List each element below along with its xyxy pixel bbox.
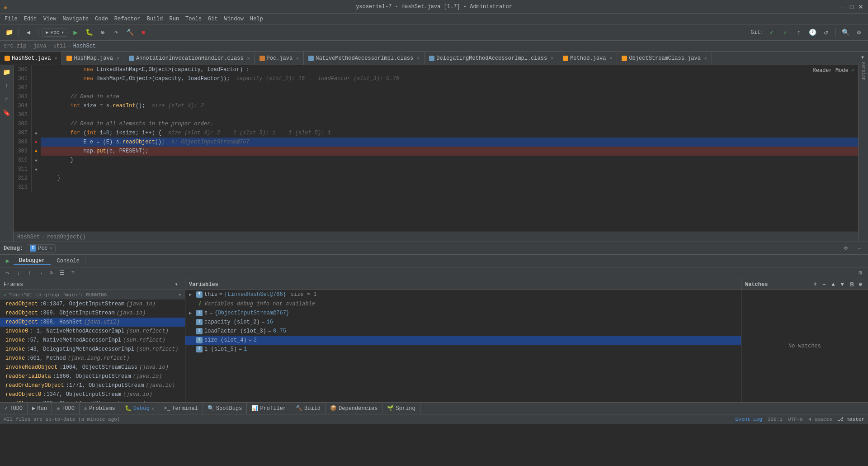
debug-session-close[interactable]: ✕: [50, 246, 52, 251]
back-btn[interactable]: ◀: [23, 27, 34, 38]
breadcrumb-src[interactable]: src.zip: [4, 43, 26, 49]
frame-item-11[interactable]: readObject:369, ObjectInputStream (java.…: [0, 399, 185, 402]
status-event-log[interactable]: Event Log: [736, 417, 762, 422]
line-content-301[interactable]: new HashMap<E,Object>(capacity, loadFact…: [41, 74, 858, 83]
frame-item-2[interactable]: readObject:308, HashSet (java.util): [0, 318, 185, 327]
debug-button[interactable]: 🐛: [84, 27, 94, 38]
line-content-312[interactable]: }: [41, 174, 858, 183]
pull-request-btn[interactable]: ⑃: [2, 94, 12, 104]
line-content-308[interactable]: E e = (E) s.readObject(); s: ObjectInput…: [41, 138, 858, 147]
tab-native[interactable]: NativeMethodAccessorImpl.class ✕: [304, 52, 425, 65]
line-content-307[interactable]: for (int i=0; i<size; i++) { size (slot_…: [41, 128, 858, 138]
bottom-tool-spring[interactable]: 🌱 Spring: [382, 403, 420, 414]
watches-up-btn[interactable]: ▲: [829, 281, 837, 289]
frame-item-0[interactable]: readObject:0:1347, ObjectInputStream (ja…: [0, 300, 185, 309]
debug-layout-btn[interactable]: ⊞: [855, 269, 865, 278]
frame-item-7[interactable]: invokeReadObject:1004, ObjectStreamClass…: [0, 363, 185, 372]
line-content-304[interactable]: int size = s.readInt(); size (slot_4): 2: [41, 101, 858, 110]
tabs-more-btn[interactable]: ▾: [857, 52, 868, 62]
bottom-tool-debug-close[interactable]: ✕: [151, 406, 154, 411]
tab-annotation[interactable]: AnnotationInvocationHandler.class ✕: [124, 52, 255, 65]
bottom-tool-debug[interactable]: 🐛 Debug ✕: [120, 403, 159, 414]
breadcrumb-class[interactable]: HashSet: [17, 234, 40, 240]
menu-file[interactable]: File: [2, 15, 20, 23]
line-content-302[interactable]: [41, 83, 858, 92]
git-revert[interactable]: ↺: [821, 27, 831, 38]
debug-minimize-btn[interactable]: ─: [854, 244, 864, 253]
bottom-tool-profiler[interactable]: 📊 Profiler: [247, 403, 291, 414]
line-content-303[interactable]: // Read in size: [41, 92, 858, 101]
tab-close-annotation[interactable]: ✕: [247, 56, 250, 61]
step-over-btn[interactable]: ↷: [111, 27, 122, 38]
frame-item-5[interactable]: invoke:43, DelegatingMethodAccessorImpl …: [0, 345, 185, 354]
tab-poc[interactable]: Poc.java ✕: [255, 52, 304, 65]
var-item-this[interactable]: ▶ f this = {LinkedHashSet@766} size = 1: [185, 290, 741, 299]
frame-item-8[interactable]: readSerialData:1866, ObjectInputStream (…: [0, 372, 185, 381]
tab-method[interactable]: Method.java ✕: [558, 52, 617, 65]
stop-button[interactable]: ■: [138, 27, 149, 38]
breakpoint-icon-309[interactable]: ●: [35, 149, 38, 154]
bottom-tool-terminal[interactable]: >_ Terminal: [159, 403, 203, 414]
menu-code[interactable]: Code: [92, 15, 111, 23]
menu-help[interactable]: Help: [247, 15, 266, 23]
maximize-button[interactable]: □: [848, 3, 855, 10]
debug-resume-btn[interactable]: ▶: [3, 257, 13, 266]
step-into-btn[interactable]: ↓: [14, 269, 24, 278]
threads-btn[interactable]: ≡: [68, 269, 78, 278]
watches-eval-btn[interactable]: ⊕: [856, 281, 864, 289]
tab-delegating[interactable]: DelegatingMethodAccessorImpl.class ✕: [425, 52, 558, 65]
line-content-305[interactable]: [41, 110, 858, 119]
bottom-tool-dependencies[interactable]: 📦 Dependencies: [326, 403, 382, 414]
bottom-tool-todo2[interactable]: ≡ TODO: [52, 403, 80, 414]
bottom-tool-spotbugs[interactable]: 🔍 SpotBugs: [203, 403, 247, 414]
git-check2[interactable]: ✓: [780, 27, 791, 38]
breakpoint-icon-308[interactable]: ●: [35, 140, 38, 145]
var-item-s[interactable]: ▶ f s = {ObjectInputStream@767}: [185, 309, 741, 318]
watches-add-btn[interactable]: +: [811, 281, 819, 289]
line-content-311[interactable]: [41, 165, 858, 174]
var-item-loadfactor[interactable]: f loadFactor (slot_3) = 0.75: [185, 327, 741, 336]
run-to-cursor-btn[interactable]: →: [35, 269, 45, 278]
tab-close-native[interactable]: ✕: [417, 56, 420, 61]
frame-item-1[interactable]: readObject:369, ObjectInputStream (java.…: [0, 309, 185, 318]
tab-hashset[interactable]: HashSet.java ✕: [0, 52, 62, 65]
var-item-size[interactable]: f size (slot_4) = 2: [185, 336, 741, 345]
tab-close-method[interactable]: ✕: [609, 56, 612, 61]
git-check1[interactable]: ✓: [766, 27, 777, 38]
watches-copy-btn[interactable]: ⎘: [847, 281, 855, 289]
var-expand-this[interactable]: ▶: [189, 292, 194, 297]
settings-btn[interactable]: ⚙: [854, 27, 864, 38]
breadcrumb-method[interactable]: readObject(): [47, 234, 86, 240]
project-icon-btn[interactable]: 📁: [4, 27, 14, 38]
step-over-btn[interactable]: ↷: [3, 269, 13, 278]
menu-navigate[interactable]: Navigate: [60, 15, 91, 23]
line-content-300[interactable]: new LinkedHashMap<E,Object>(capacity, lo…: [41, 65, 858, 74]
frame-item-6[interactable]: invoke:601, Method (java.lang.reflect): [0, 354, 185, 363]
watches-remove-btn[interactable]: –: [820, 281, 828, 289]
tab-close-hashmap[interactable]: ✕: [117, 56, 119, 61]
bottom-tool-todo[interactable]: ✓ TODO: [0, 403, 28, 414]
bottom-tool-run[interactable]: ▶ Run: [28, 403, 52, 414]
run-config-dropdown[interactable]: ▶ Poc ▾: [42, 28, 67, 37]
tab-close-delegating[interactable]: ✕: [551, 56, 553, 61]
tab-objectstream[interactable]: ObjectStreamClass.java ✕: [617, 52, 712, 65]
bottom-tool-problems[interactable]: ⚠ Problems: [80, 403, 120, 414]
frame-item-4[interactable]: invoke:57, NativeMethodAccessorImpl (sun…: [0, 336, 185, 345]
line-content-310[interactable]: }: [41, 156, 858, 165]
tab-close-poc[interactable]: ✕: [296, 56, 299, 61]
menu-run[interactable]: Run: [166, 15, 182, 23]
coverage-button[interactable]: ⊕: [97, 27, 108, 38]
frames-group-expand[interactable]: ✓: [4, 292, 7, 298]
frames-filter-btn[interactable]: ▾: [171, 280, 181, 289]
project-sidebar-btn[interactable]: 📁: [2, 67, 12, 77]
var-expand-s[interactable]: ▶: [189, 310, 194, 316]
run-button[interactable]: ▶: [70, 27, 81, 38]
line-content-309[interactable]: map.put(e, PRESENT);: [41, 147, 858, 156]
frame-item-10[interactable]: readObject0:1347, ObjectInputStream (jav…: [0, 390, 185, 399]
var-item-i[interactable]: f i (slot_5) = 1: [185, 345, 741, 354]
git-history[interactable]: 🕐: [807, 27, 818, 38]
status-indent[interactable]: 4 spaces: [808, 417, 832, 422]
status-position[interactable]: 308:1: [768, 417, 783, 422]
window-controls[interactable]: ─ □ ✕: [839, 3, 864, 10]
menu-window[interactable]: Window: [222, 15, 246, 23]
